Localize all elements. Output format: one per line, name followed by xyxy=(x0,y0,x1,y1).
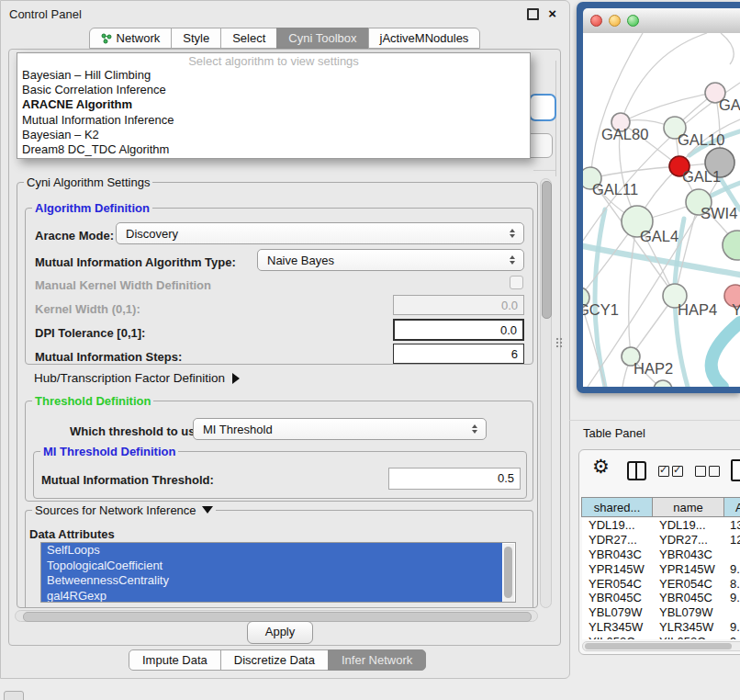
column-header-partial[interactable]: A xyxy=(723,497,740,517)
hub-definition-label: Hub/Transcription Factor Definition xyxy=(34,371,225,385)
manual-kernel-checkbox[interactable] xyxy=(510,276,523,289)
data-attribute-item[interactable]: BetweennessCentrality xyxy=(41,573,502,589)
dpi-tolerance-field[interactable]: 0.0 xyxy=(393,319,524,341)
column-header-shared-name[interactable]: shared... xyxy=(581,497,653,517)
control-panel-title: Control Panel xyxy=(9,7,82,21)
node-label: HAP4 xyxy=(678,301,717,318)
table-cell: YLR345W xyxy=(654,620,726,635)
tab-infer-network[interactable]: Infer Network xyxy=(328,649,426,671)
close-traffic-light[interactable] xyxy=(590,15,602,27)
algorithm-option[interactable]: ARACNE Algorithm xyxy=(17,97,530,112)
table-panel: shared... name A YDL19...YDL19...13YDR27… xyxy=(578,449,740,655)
list-scrollbar[interactable] xyxy=(503,544,514,603)
table-row[interactable]: YPR145WYPR145W9. xyxy=(582,562,740,577)
table-row[interactable]: YDR27...YDR27...12 xyxy=(582,533,740,548)
sources-toggle[interactable]: Sources for Network Inference xyxy=(32,503,216,517)
group-title: Algorithm Definition xyxy=(32,201,152,215)
unchecked-checkbox-icon[interactable] xyxy=(695,466,706,477)
panel-splitter-grip[interactable] xyxy=(555,337,564,349)
table-cell: 9. xyxy=(726,591,740,605)
list-scrollbar-thumb[interactable] xyxy=(504,547,512,598)
which-threshold-select[interactable]: MI Threshold xyxy=(193,418,487,440)
table-cell: 9. xyxy=(726,562,740,577)
control-panel-titlebar: Control Panel × xyxy=(1,3,569,25)
table-cell: 9 xyxy=(726,635,740,639)
table-row[interactable]: YDL19...YDL19...13 xyxy=(582,518,740,533)
data-attribute-item[interactable]: SelfLoops xyxy=(41,543,502,559)
sources-group: Sources for Network Inference Data Attri… xyxy=(25,510,533,607)
dropdown-items: Bayesian – Hill ClimbingBasic Correlatio… xyxy=(17,68,530,157)
page-icon[interactable] xyxy=(731,459,740,481)
table-cell: YER054C xyxy=(582,577,654,592)
tab-cyni-toolbox[interactable]: Cyni Toolbox xyxy=(276,28,368,49)
table-row[interactable]: YER054CYER054C8. xyxy=(582,577,740,592)
network-node[interactable] xyxy=(723,231,740,260)
table-row[interactable]: YIL052CYIL052C9 xyxy=(582,635,740,639)
restore-icon[interactable] xyxy=(527,8,539,20)
mi-threshold-label: Mutual Information Threshold: xyxy=(41,473,214,487)
table-horizontal-scrollbar[interactable] xyxy=(582,641,740,651)
attribute-items: SelfLoopsTopologicalCoefficientBetweenne… xyxy=(41,543,515,603)
table-cell: YDL19... xyxy=(582,518,654,533)
node-label: GAL11 xyxy=(592,181,638,198)
tab-label: Network xyxy=(117,28,161,48)
checked-checkbox-icon[interactable] xyxy=(672,466,683,477)
threshold-definition-group: Threshold Definition Which threshold to … xyxy=(25,401,533,502)
tab-jactivemnodules[interactable]: jActiveMNodules xyxy=(368,28,481,49)
table-row[interactable]: YBR043CYBR043C xyxy=(582,548,740,562)
data-attribute-item[interactable]: TopologicalCoefficient xyxy=(41,559,502,574)
column-header-name[interactable]: name xyxy=(652,497,724,517)
hub-definition-toggle[interactable]: Hub/Transcription Factor Definition xyxy=(34,371,240,385)
gear-icon[interactable] xyxy=(592,456,610,478)
algorithm-option[interactable]: Bayesian – Hill Climbing xyxy=(17,68,530,83)
settings-vertical-scrollbar[interactable] xyxy=(540,178,552,608)
table-cell: YDL19... xyxy=(654,518,726,533)
network-canvas[interactable]: GALGAL80GAL10GAL1GAL11SWI4GAL4GCY1HAP4YH… xyxy=(583,33,740,387)
close-icon[interactable]: × xyxy=(548,9,556,18)
network-node[interactable] xyxy=(654,380,672,387)
unchecked-checkbox-icon[interactable] xyxy=(709,466,720,477)
panel-border-fragment xyxy=(555,61,556,176)
mi-threshold-field[interactable]: 0.5 xyxy=(388,468,521,490)
network-edge xyxy=(583,246,740,275)
minimize-traffic-light[interactable] xyxy=(609,15,621,27)
algorithm-combo-fragment[interactable] xyxy=(529,94,556,121)
algorithm-option[interactable]: Basic Correlation Inference xyxy=(17,83,530,97)
apply-button[interactable]: Apply xyxy=(247,621,313,644)
tab-style[interactable]: Style xyxy=(171,28,221,49)
table-row[interactable]: YLR345WYLR345W9. xyxy=(582,620,740,635)
checked-checkbox-icon[interactable] xyxy=(658,466,669,477)
data-attribute-item[interactable]: gal4RGexp xyxy=(41,589,502,604)
table-cell: YBR043C xyxy=(654,548,726,562)
tab-label: jActiveMNodules xyxy=(380,28,469,48)
table-row[interactable]: YBR045CYBR045C9. xyxy=(582,591,740,605)
mi-steps-field[interactable]: 6 xyxy=(393,344,524,364)
tab-network[interactable]: Network xyxy=(89,28,173,49)
mi-algorithm-type-select[interactable]: Naive Bayes xyxy=(257,249,524,271)
stepper-icon xyxy=(506,255,519,265)
tab-discretize-data[interactable]: Discretize Data xyxy=(220,649,329,671)
node-label: SWI4 xyxy=(701,205,737,221)
table-cell: 8. xyxy=(726,577,740,592)
tab-label: Style xyxy=(183,28,209,48)
table-cell xyxy=(726,605,740,620)
network-edge xyxy=(712,322,740,387)
table-cell: YLR345W xyxy=(582,620,654,635)
node-label: HAP2 xyxy=(633,360,673,377)
table-row[interactable]: YBL079WYBL079W xyxy=(582,605,740,620)
vertical-scrollbar-thumb[interactable] xyxy=(542,181,552,319)
tab-select[interactable]: Select xyxy=(220,28,277,49)
zoom-traffic-light[interactable] xyxy=(627,15,639,27)
tab-label: Infer Network xyxy=(342,653,412,667)
table-scrollbar-thumb[interactable] xyxy=(585,643,732,649)
kernel-width-field[interactable]: 0.0 xyxy=(393,295,524,315)
network-edge xyxy=(590,166,679,178)
algorithm-option[interactable]: Dream8 DC_TDC Algorithm xyxy=(17,142,530,157)
algorithm-option[interactable]: Mutual Information Inference xyxy=(17,113,530,128)
tab-impute-data[interactable]: Impute Data xyxy=(129,649,221,671)
table-toolbar xyxy=(579,450,740,494)
aracne-mode-select[interactable]: Discovery xyxy=(116,222,524,244)
columns-icon[interactable] xyxy=(627,461,646,480)
bottom-corner-button[interactable] xyxy=(4,691,24,700)
algorithm-option[interactable]: Bayesian – K2 xyxy=(17,128,530,142)
